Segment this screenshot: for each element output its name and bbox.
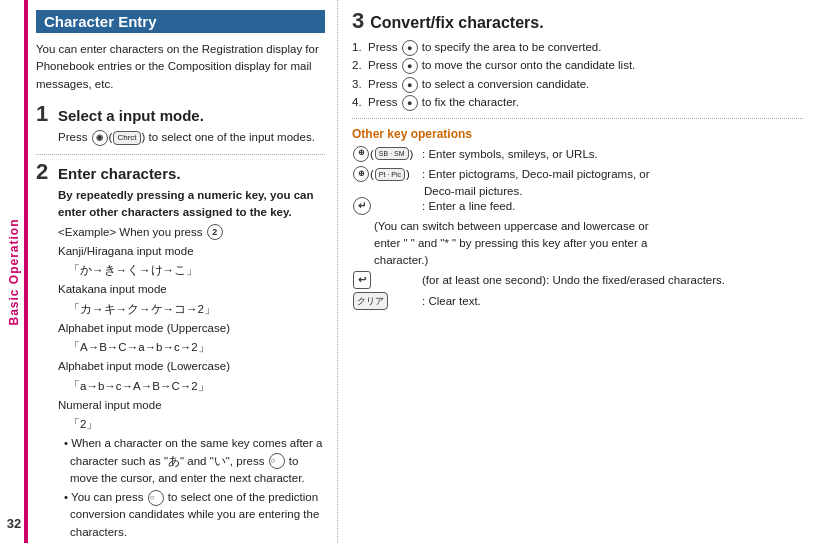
step2-mode4-label: Numeral input mode bbox=[58, 397, 325, 414]
step2-key-circle-b1: ○ bbox=[269, 453, 285, 469]
step-separator-1 bbox=[36, 154, 325, 155]
step2-mode0-label: Kanji/Hiragana input mode bbox=[58, 243, 325, 260]
step3-item2: 2. Press ● to move the cursor onto the c… bbox=[352, 56, 803, 74]
other-ops-desc3: : Enter a line feed. bbox=[422, 197, 515, 215]
step2-mode3-label: Alphabet input mode (Lowercase) bbox=[58, 358, 325, 375]
ops-right-sep bbox=[352, 118, 803, 119]
step3-item3: 3. Press ● to select a conversion candid… bbox=[352, 75, 803, 93]
step1-key-badge: Chrct bbox=[113, 131, 140, 145]
step3-list: 1. Press ● to specify the area to be con… bbox=[352, 38, 803, 112]
step1-row: 1 Select a input mode. bbox=[36, 103, 325, 125]
section-header: Character Entry bbox=[36, 10, 325, 33]
step2-mode3-example: 「a→b→c→A→B→C→2」 bbox=[68, 378, 325, 395]
other-ops-desc1: : Enter symbols, smileys, or URLs. bbox=[422, 145, 598, 163]
other-ops-icon5: クリア bbox=[352, 292, 422, 310]
other-ops-title: Other key operations bbox=[352, 127, 803, 141]
step1-title: Select a input mode. bbox=[58, 103, 204, 124]
page-number: 32 bbox=[7, 516, 21, 531]
step2-num: 2 bbox=[36, 161, 54, 183]
step1-press: Press bbox=[58, 131, 87, 143]
step1-key-circle: ◉ bbox=[92, 130, 108, 146]
left-column: Character Entry You can enter characters… bbox=[28, 0, 338, 543]
other-ops-desc3b: (You can switch between uppercase and lo… bbox=[374, 218, 803, 270]
step2-mode0-example: 「か→き→く→け→こ」 bbox=[68, 262, 325, 279]
other-ops-item1: ⊕ (SB · SM) : Enter symbols, smileys, or… bbox=[352, 145, 803, 163]
right-column: 3 Convert/fix characters. 1. Press ● to … bbox=[338, 0, 815, 543]
main-content: Character Entry You can enter characters… bbox=[28, 0, 815, 543]
step2-example-label: <Example> When you press 2 bbox=[58, 224, 325, 241]
step3-key2: ● bbox=[402, 58, 418, 74]
step2-key2: 2 bbox=[207, 224, 223, 240]
step2-mode1-label: Katakana input mode bbox=[58, 281, 325, 298]
other-ops-icon4: ↩ bbox=[352, 271, 422, 289]
step3-title: Convert/fix characters. bbox=[370, 10, 543, 32]
step2-mode2-example: 「A→B→C→a→b→c→2」 bbox=[68, 339, 325, 356]
step3-key4: ● bbox=[402, 95, 418, 111]
other-ops-desc2b: Deco-mail pictures. bbox=[424, 185, 803, 197]
other-ops-item4: ↩ (for at least one second): Undo the fi… bbox=[352, 271, 803, 289]
step2-bullet2: • You can press ○ to select one of the p… bbox=[64, 489, 325, 541]
other-ops-desc2: : Enter pictograms, Deco-mail pictograms… bbox=[422, 165, 650, 183]
sidebar-label: Basic Operation bbox=[7, 218, 21, 325]
section-title: Character Entry bbox=[44, 13, 157, 30]
other-ops-icon3: ↵ bbox=[352, 197, 422, 215]
step2-title: Enter characters. bbox=[58, 161, 181, 182]
step2-content: By repeatedly pressing a numeric key, yo… bbox=[58, 187, 325, 541]
other-ops-item3: ↵ : Enter a line feed. bbox=[352, 197, 803, 215]
step3-key1: ● bbox=[402, 40, 418, 56]
other-ops-icon1: ⊕ (SB · SM) bbox=[352, 145, 422, 163]
sidebar-bar bbox=[24, 0, 28, 543]
step1-num: 1 bbox=[36, 103, 54, 125]
other-ops-desc4: (for at least one second): Undo the fixe… bbox=[422, 271, 725, 289]
step3-item4: 4. Press ● to fix the character. bbox=[352, 93, 803, 111]
intro-text: You can enter characters on the Registra… bbox=[36, 41, 325, 93]
step2-key-circle-b2: ○ bbox=[148, 490, 164, 506]
other-ops-item5: クリア : Clear text. bbox=[352, 292, 803, 310]
step3-item1: 1. Press ● to specify the area to be con… bbox=[352, 38, 803, 56]
other-ops-item2: ⊕ (Pt · Pic) : Enter pictograms, Deco-ma… bbox=[352, 165, 803, 183]
step2-row: 2 Enter characters. bbox=[36, 161, 325, 183]
step3-key3: ● bbox=[402, 77, 418, 93]
step2-bullet1: • When a character on the same key comes… bbox=[64, 435, 325, 487]
step1-content: Press ◉(Chrct) to select one of the inpu… bbox=[58, 129, 325, 146]
step1-body: Press ◉(Chrct) to select one of the inpu… bbox=[58, 129, 325, 146]
step3-num: 3 bbox=[352, 10, 364, 32]
step2-mode2-label: Alphabet input mode (Uppercase) bbox=[58, 320, 325, 337]
step2-bold: By repeatedly pressing a numeric key, yo… bbox=[58, 187, 325, 222]
sidebar: Basic Operation 32 bbox=[0, 0, 28, 543]
step3-row: 3 Convert/fix characters. bbox=[352, 10, 803, 32]
other-ops-desc5: : Clear text. bbox=[422, 292, 481, 310]
other-ops-icon2: ⊕ (Pt · Pic) bbox=[352, 165, 422, 183]
step2-mode1-example: 「カ→キ→ク→ケ→コ→2」 bbox=[68, 301, 325, 318]
step1-body2: to select one of the input modes. bbox=[149, 131, 315, 143]
step2-mode4-example: 「2」 bbox=[68, 416, 325, 433]
